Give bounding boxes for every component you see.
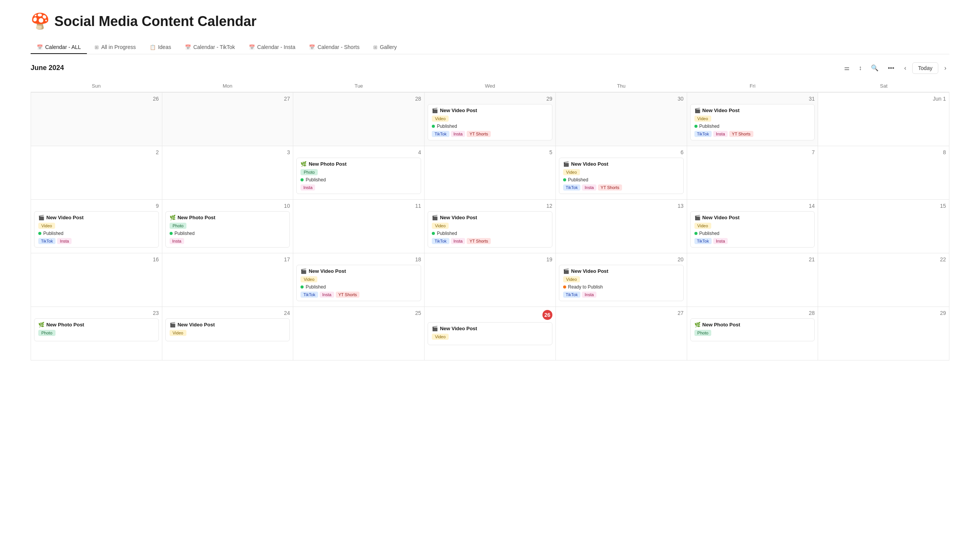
tag-insta-jun6: Insta [582,184,596,191]
sort-icon[interactable]: ↕ [856,62,864,74]
event-badge-jun12: Video [432,223,449,229]
tag-tiktok-jun18: TikTok [301,292,318,298]
tab-gallery[interactable]: ⊞ Gallery [367,41,403,54]
calendar-controls: June 2024 ⚌ ↕ 🔍 ••• ‹ Today › [0,54,980,80]
event-jun20[interactable]: 🎬 New Video Post Video Ready to Publish … [559,265,684,301]
tag-tiktok-jun6: TikTok [563,184,580,191]
more-options-icon[interactable]: ••• [885,62,897,74]
day-header-tue: Tue [293,80,425,92]
calendar-grid-container: Sun Mon Tue Wed Thu Fri Sat 26 27 28 29 [0,80,980,360]
status-dot-may29 [432,125,435,128]
event-may31[interactable]: 🎬 New Video Post Video Published TikTok … [690,104,815,140]
date-jun13: 13 [559,203,684,209]
nav-controls: ‹ Today › [901,62,949,74]
event-jun26[interactable]: 🎬 New Video Post Video [428,322,552,345]
date-jun9: 9 [34,203,159,209]
event-jun18[interactable]: 🎬 New Video Post Video Published TikTok … [296,265,421,301]
event-badge-may31: Video [694,116,711,122]
event-jun4[interactable]: 🌿 New Photo Post Photo Published Insta [296,158,421,194]
cell-may28: 28 [293,93,425,146]
tag-insta-jun12: Insta [451,238,466,244]
event-badge-jun4: Photo [301,169,318,175]
tag-tiktok-jun14: TikTok [694,238,712,244]
date-jun28: 28 [690,310,815,316]
search-icon[interactable]: 🔍 [869,62,881,74]
event-status-jun10: Published [170,231,286,236]
tag-insta-jun20: Insta [582,292,596,298]
tab-icon-ideas: 📋 [150,44,156,50]
cell-jun29: 29 [818,307,949,360]
event-jun14[interactable]: 🎬 New Video Post Video Published TikTok … [690,211,815,248]
event-jun23[interactable]: 🌿 New Photo Post Photo [34,318,159,341]
event-badge-jun18: Video [301,276,317,282]
event-title-jun18: 🎬 New Video Post [301,268,417,274]
title-emoji: 🍄 [31,12,50,30]
tag-ytshorts-jun6: YT Shorts [598,184,622,191]
next-month-button[interactable]: › [941,63,949,73]
tab-ideas[interactable]: 📋 Ideas [144,41,177,54]
event-tags-may29: TikTok Insta YT Shorts [432,131,548,137]
cell-may29: 29 🎬 New Video Post Video Published TikT… [425,93,556,146]
event-jun6[interactable]: 🎬 New Video Post Video Published TikTok … [559,158,684,194]
event-title-jun6: 🎬 New Video Post [563,161,679,167]
event-tags-jun20: TikTok Insta [563,292,679,298]
event-jun28[interactable]: 🌿 New Photo Post Photo [690,318,815,341]
event-jun10[interactable]: 🌿 New Photo Post Photo Published Insta [165,211,290,248]
event-badge-jun26: Video [432,334,449,340]
date-may30: 30 [559,96,684,102]
cell-jun23: 23 🌿 New Photo Post Photo [31,307,162,360]
date-jun20: 20 [559,256,684,262]
cell-jun21: 21 [687,253,818,307]
tab-icon-calendar-insta: 📅 [249,44,255,50]
cell-may27: 27 [162,93,294,146]
tag-ytshorts-may31: YT Shorts [729,131,753,137]
cell-jun12: 12 🎬 New Video Post Video Published TikT… [425,200,556,253]
tag-insta-jun18: Insta [320,292,334,298]
status-dot-jun4 [301,178,304,181]
date-jun4: 4 [296,149,421,155]
event-title-may29: 🎬 New Video Post [432,108,548,113]
event-badge-jun28: Photo [694,330,712,336]
tab-calendar-insta[interactable]: 📅 Calendar - Insta [243,41,302,54]
cell-jun28: 28 🌿 New Photo Post Photo [687,307,818,360]
cell-jun16: 16 [31,253,162,307]
date-jun1: Jun 1 [821,96,946,102]
date-jun3: 3 [165,149,290,155]
event-jun9[interactable]: 🎬 New Video Post Video Published TikTok … [34,211,159,248]
cell-jun20: 20 🎬 New Video Post Video Ready to Publi… [556,253,687,307]
event-jun12[interactable]: 🎬 New Video Post Video Published TikTok … [428,211,552,248]
status-dot-jun14 [694,232,697,235]
calendar-grid: 26 27 28 29 🎬 New Video Post Video [31,92,949,360]
page-header: 🍄 Social Media Content Calendar 📅 Calend… [0,0,980,54]
tab-all-in-progress[interactable]: ⊞ All in Progress [88,41,142,54]
date-jun8: 8 [821,149,946,155]
tag-ytshorts-may29: YT Shorts [467,131,491,137]
event-tags-jun4: Insta [301,184,417,191]
day-header-sun: Sun [31,80,162,92]
event-jun24[interactable]: 🎬 New Video Post Video [165,318,290,341]
event-may29[interactable]: 🎬 New Video Post Video Published TikTok … [428,104,552,140]
day-header-thu: Thu [555,80,687,92]
date-jun18: 18 [296,256,421,262]
event-badge-jun23: Photo [38,330,56,336]
tag-insta-may29: Insta [451,131,466,137]
tabs-bar: 📅 Calendar - ALL ⊞ All in Progress 📋 Ide… [31,41,949,54]
tab-calendar-tiktok[interactable]: 📅 Calendar - TikTok [179,41,241,54]
tab-calendar-all[interactable]: 📅 Calendar - ALL [31,41,87,54]
cell-jun15: 15 [818,200,949,253]
today-button[interactable]: Today [912,62,938,74]
event-tags-jun6: TikTok Insta YT Shorts [563,184,679,191]
filter-icon[interactable]: ⚌ [842,62,852,74]
date-jun24: 24 [165,310,290,316]
date-jun19: 19 [428,256,552,262]
event-tags-jun9: TikTok Insta [38,238,155,244]
cell-jun14: 14 🎬 New Video Post Video Published TikT… [687,200,818,253]
tab-calendar-shorts[interactable]: 📅 Calendar - Shorts [303,41,366,54]
prev-month-button[interactable]: ‹ [901,63,909,73]
tag-tiktok-jun20: TikTok [563,292,580,298]
event-status-jun14: Published [694,231,811,236]
day-header-wed: Wed [425,80,556,92]
status-dot-jun18 [301,285,304,289]
cell-jun8: 8 [818,146,949,200]
cell-may26: 26 [31,93,162,146]
